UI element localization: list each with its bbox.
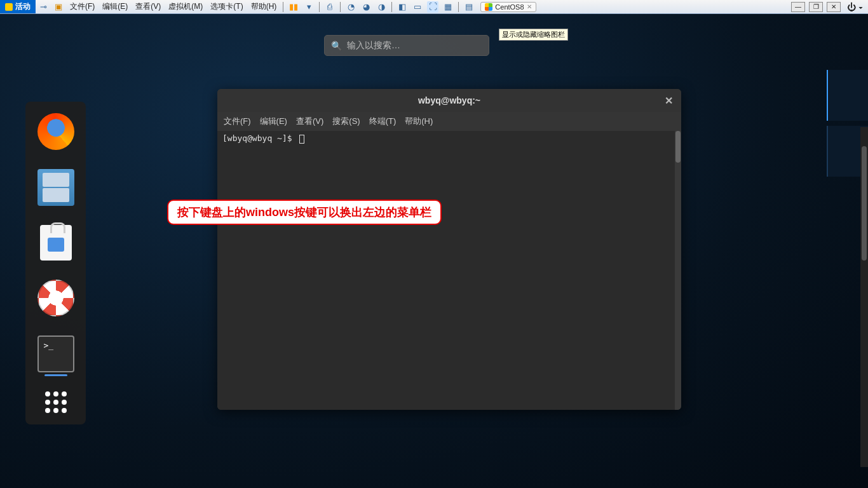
vm-tab[interactable]: CentOS8 ✕	[480, 2, 536, 12]
term-menu-help[interactable]: 帮助(H)	[405, 116, 433, 127]
vm-tab-label: CentOS8	[495, 3, 524, 11]
vmware-toolbar: 活动 ⊸ ▣ 文件(F) 编辑(E) 查看(V) 虚拟机(M) 选项卡(T) 帮…	[0, 0, 868, 14]
menu-tabs[interactable]: 选项卡(T)	[207, 1, 247, 12]
menu-edit[interactable]: 编辑(E)	[98, 1, 132, 12]
power-icon[interactable]: ⏻ ▾	[844, 2, 865, 12]
fullscreen-icon[interactable]: ⛶	[427, 1, 438, 13]
terminal-body[interactable]: [wbyq@wbyq ~]$	[217, 131, 681, 410]
divider	[340, 2, 341, 12]
activity-icon	[5, 3, 13, 11]
centos-icon	[485, 3, 492, 11]
snapshot2-icon[interactable]: ◕	[360, 1, 372, 13]
maximize-button[interactable]: ❐	[809, 2, 823, 12]
firefox-icon[interactable]	[37, 113, 74, 150]
terminal-titlebar[interactable]: wbyq@wbyq:~ ✕	[217, 89, 681, 112]
menu-file[interactable]: 文件(F)	[66, 1, 98, 12]
terminal-menubar: 文件(F) 编辑(E) 查看(V) 搜索(S) 终端(T) 帮助(H)	[217, 112, 681, 131]
pause-icon[interactable]: ▮▮	[288, 1, 299, 13]
terminal-window: wbyq@wbyq:~ ✕ 文件(F) 编辑(E) 查看(V) 搜索(S) 终端…	[217, 89, 681, 410]
workspace-thumb-1[interactable]	[827, 70, 868, 121]
thumbnail-scrollbar[interactable]	[860, 127, 868, 467]
snapshot3-icon[interactable]: ◑	[376, 1, 387, 13]
active-indicator	[44, 374, 67, 376]
tooltip: 显示或隐藏缩略图栏	[499, 29, 568, 41]
term-menu-view[interactable]: 查看(V)	[296, 116, 323, 127]
seamless-icon[interactable]: ▦	[442, 1, 454, 13]
divider	[283, 2, 283, 12]
terminal-scrollbar[interactable]	[675, 131, 681, 410]
menu-help[interactable]: 帮助(H)	[247, 1, 281, 12]
annotation-callout: 按下键盘上的windows按键可以换出左边的菜单栏	[167, 200, 442, 225]
search-input[interactable]: 🔍 输入以搜索…	[324, 35, 489, 56]
console-icon[interactable]: ▭	[412, 1, 423, 13]
menu-view[interactable]: 查看(V)	[132, 1, 165, 12]
divider	[391, 2, 392, 12]
terminal-prompt: [wbyq@wbyq ~]$	[222, 133, 292, 143]
terminal-title: wbyq@wbyq:~	[418, 95, 480, 105]
divider	[458, 2, 459, 12]
activity-label: 活动	[15, 1, 31, 12]
minimize-button[interactable]: —	[791, 2, 805, 12]
close-icon[interactable]: ✕	[662, 94, 675, 107]
unity-icon[interactable]: ◧	[397, 1, 408, 13]
tab-close-icon[interactable]: ✕	[527, 3, 532, 10]
home-icon[interactable]: ▣	[53, 1, 64, 13]
terminal-icon[interactable]	[37, 336, 74, 372]
snapshot-icon[interactable]: ◔	[345, 1, 356, 13]
send-cad-icon[interactable]: ⎙	[324, 1, 336, 13]
files-icon[interactable]	[37, 169, 74, 206]
search-placeholder: 输入以搜索…	[347, 40, 400, 51]
show-apps-button[interactable]	[45, 391, 67, 413]
cursor	[299, 135, 304, 144]
term-menu-terminal[interactable]: 终端(T)	[369, 116, 397, 127]
help-icon[interactable]	[37, 280, 74, 316]
window-controls: — ❐ ✕ ⏻ ▾	[791, 2, 868, 12]
activity-button[interactable]: 活动	[0, 0, 36, 13]
close-button[interactable]: ✕	[827, 2, 841, 12]
software-center-icon[interactable]	[40, 225, 72, 261]
pin-icon[interactable]: ⊸	[37, 1, 49, 13]
menu-vm[interactable]: 虚拟机(M)	[165, 1, 207, 12]
search-icon: 🔍	[331, 41, 342, 51]
term-menu-file[interactable]: 文件(F)	[224, 116, 251, 127]
library-icon[interactable]: ▤	[463, 1, 475, 13]
dropdown-icon[interactable]: ▾	[303, 1, 315, 13]
divider	[319, 2, 320, 12]
term-menu-search[interactable]: 搜索(S)	[332, 116, 360, 127]
dock	[25, 102, 86, 424]
term-menu-edit[interactable]: 编辑(E)	[260, 116, 287, 127]
